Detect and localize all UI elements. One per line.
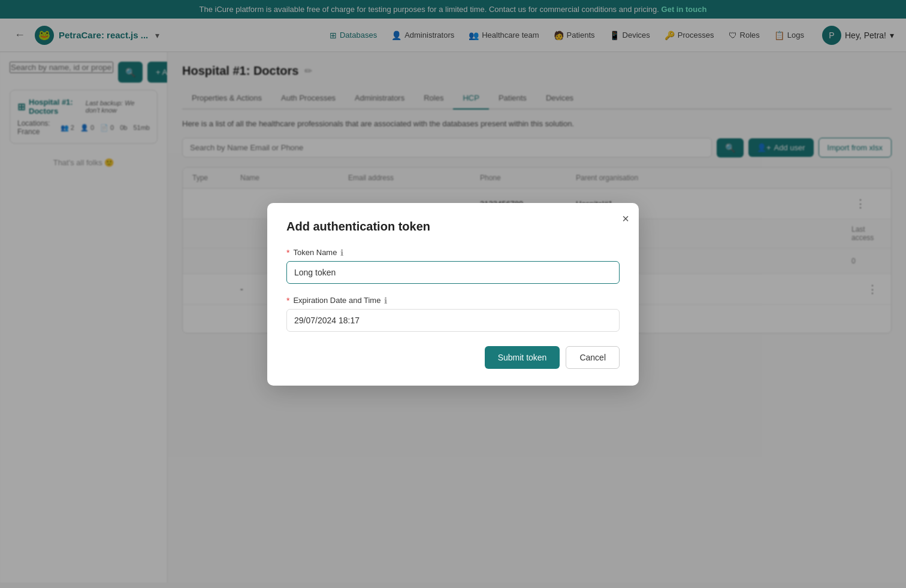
expiry-group: * Expiration Date and Time ℹ <box>286 296 620 332</box>
token-name-input[interactable] <box>286 261 620 284</box>
cancel-button[interactable]: Cancel <box>566 346 620 369</box>
modal-title: Add authentication token <box>286 220 620 234</box>
add-auth-token-modal: × Add authentication token * Token Name … <box>267 203 639 386</box>
modal-close-button[interactable]: × <box>622 213 629 225</box>
token-name-required: * <box>286 248 289 257</box>
expiry-info-icon: ℹ <box>384 296 387 305</box>
token-name-label: * Token Name ℹ <box>286 248 620 257</box>
modal-overlay[interactable]: × Add authentication token * Token Name … <box>0 0 906 583</box>
token-name-info-icon: ℹ <box>340 248 343 257</box>
expiry-input[interactable] <box>286 309 620 332</box>
expiry-required: * <box>286 296 289 305</box>
expiry-label: * Expiration Date and Time ℹ <box>286 296 620 305</box>
modal-footer: Submit token Cancel <box>286 346 620 369</box>
token-name-group: * Token Name ℹ <box>286 248 620 284</box>
submit-token-button[interactable]: Submit token <box>485 346 560 369</box>
